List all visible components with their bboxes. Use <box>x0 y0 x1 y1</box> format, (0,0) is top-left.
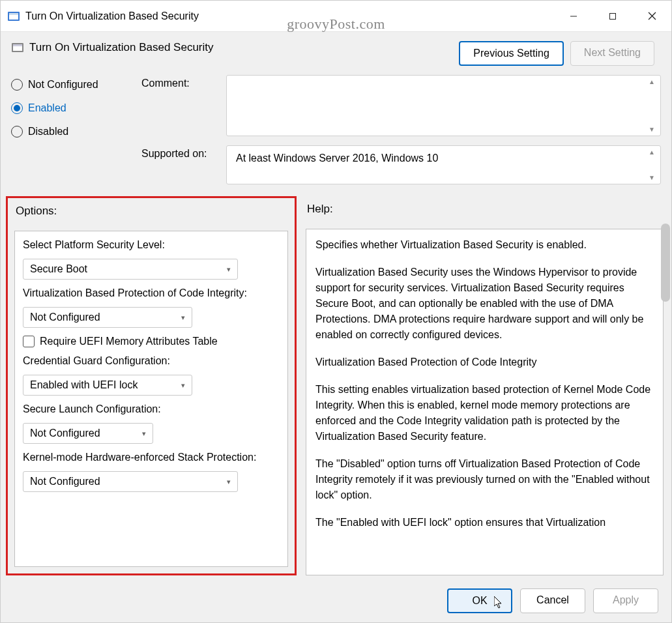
apply-button[interactable]: Apply <box>593 588 658 613</box>
next-setting-button[interactable]: Next Setting <box>570 41 654 66</box>
supported-label: Supported on: <box>141 145 220 160</box>
help-text: Specifies whether Virtualization Based S… <box>306 229 664 575</box>
vbpci-select[interactable]: Not Configured▾ <box>23 307 192 328</box>
radio-label: Not Configured <box>28 79 98 91</box>
comment-input[interactable]: ▲▼ <box>226 75 661 136</box>
radio-label: Enabled <box>28 102 66 114</box>
state-radios: Not Configured Enabled Disabled <box>11 75 141 184</box>
bottom-bar: OK Cancel Apply <box>1 581 671 622</box>
policy-header-icon <box>11 41 24 54</box>
options-title: Options: <box>14 205 288 218</box>
comment-label: Comment: <box>141 75 220 89</box>
svg-rect-4 <box>610 13 616 19</box>
chevron-down-icon: ▾ <box>181 313 185 322</box>
credguard-label: Credential Guard Configuration: <box>23 355 280 367</box>
policy-icon <box>7 10 20 23</box>
cursor-icon <box>494 596 504 609</box>
help-title: Help: <box>306 203 664 216</box>
radio-not-configured[interactable]: Not Configured <box>11 79 141 91</box>
config-row: Not Configured Enabled Disabled Comment:… <box>1 70 671 184</box>
options-box: Select Platform Security Level: Secure B… <box>14 231 288 567</box>
checkbox-icon <box>23 336 35 347</box>
panels: Options: Select Platform Security Level:… <box>1 184 671 581</box>
radio-enabled[interactable]: Enabled <box>11 102 141 114</box>
close-button[interactable] <box>632 1 671 31</box>
ok-button[interactable]: OK <box>447 588 512 613</box>
window-controls <box>554 1 671 31</box>
platform-security-select[interactable]: Secure Boot▾ <box>23 259 238 280</box>
previous-setting-button[interactable]: Previous Setting <box>459 41 564 66</box>
header: Turn On Virtualization Based Security Pr… <box>1 32 671 70</box>
uefi-checkbox-row[interactable]: Require UEFI Memory Attributes Table <box>23 336 280 347</box>
scrollbar[interactable] <box>661 224 670 302</box>
svg-rect-2 <box>9 13 18 15</box>
radio-label: Disabled <box>28 126 68 138</box>
cancel-button[interactable]: Cancel <box>520 588 585 613</box>
radio-icon <box>11 126 23 138</box>
policy-title: Turn On Virtualization Based Security <box>29 41 214 54</box>
scroll-arrows-icon: ▲▼ <box>649 78 658 133</box>
vbpci-label: Virtualization Based Protection of Code … <box>23 287 280 299</box>
scroll-arrows-icon: ▲▼ <box>649 149 658 181</box>
chevron-down-icon: ▾ <box>142 429 146 438</box>
chevron-down-icon: ▾ <box>227 478 231 486</box>
radio-icon <box>11 102 23 114</box>
maximize-button[interactable] <box>593 1 632 31</box>
window-title: Turn On Virtualization Based Security <box>25 10 554 22</box>
chevron-down-icon: ▾ <box>227 265 231 274</box>
options-panel: Options: Select Platform Security Level:… <box>6 196 297 575</box>
dialog-window: Turn On Virtualization Based Security gr… <box>0 0 672 623</box>
minimize-button[interactable] <box>554 1 593 31</box>
radio-disabled[interactable]: Disabled <box>11 126 141 138</box>
uefi-checkbox-label: Require UEFI Memory Attributes Table <box>40 336 218 347</box>
supported-value: At least Windows Server 2016, Windows 10… <box>226 145 661 184</box>
svg-rect-9 <box>13 44 22 46</box>
securelaunch-select[interactable]: Not Configured▾ <box>23 423 153 444</box>
chevron-down-icon: ▾ <box>181 381 185 390</box>
radio-icon <box>11 79 23 91</box>
kernelstack-label: Kernel-mode Hardware-enforced Stack Prot… <box>23 452 280 463</box>
securelaunch-label: Secure Launch Configuration: <box>23 403 280 415</box>
help-panel: Help: Specifies whether Virtualization B… <box>306 196 664 575</box>
kernelstack-select[interactable]: Not Configured▾ <box>23 471 238 492</box>
credguard-select[interactable]: Enabled with UEFI lock▾ <box>23 375 192 396</box>
platform-security-label: Select Platform Security Level: <box>23 239 280 251</box>
titlebar: Turn On Virtualization Based Security <box>1 1 671 32</box>
